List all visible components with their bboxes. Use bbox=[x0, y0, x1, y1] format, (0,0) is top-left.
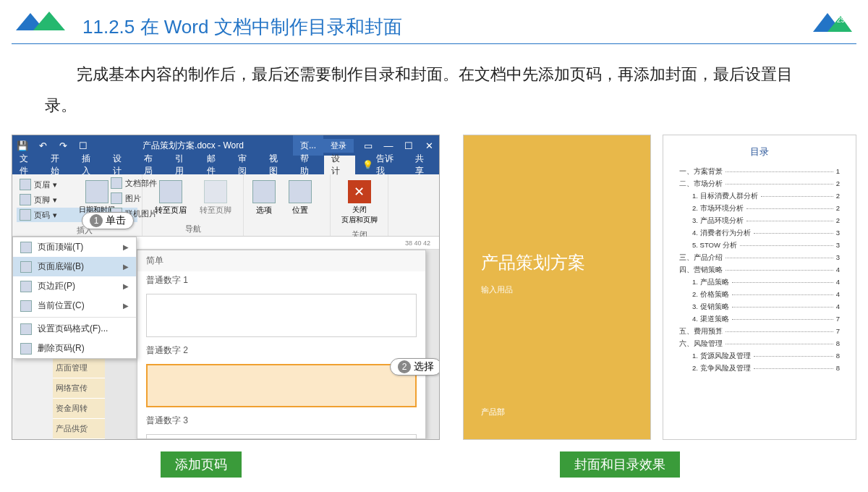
submenu-label: 普通数字 3 bbox=[137, 412, 425, 430]
tab-review[interactable]: 审阅 bbox=[231, 156, 262, 174]
menu-icon bbox=[20, 343, 32, 355]
ruler: 38 40 42 bbox=[137, 237, 439, 250]
tab-design-active[interactable]: 设计 bbox=[324, 156, 355, 174]
cover-footer: 产品部 bbox=[481, 407, 633, 417]
outline-item[interactable]: 网络宣传 bbox=[53, 378, 105, 399]
options-button[interactable]: 选项 bbox=[248, 177, 280, 234]
docparts-icon bbox=[111, 177, 122, 189]
tab-mailings[interactable]: 邮件 bbox=[200, 156, 231, 174]
goto-header-icon bbox=[159, 180, 182, 203]
toc-line: 一、方案背景1 bbox=[679, 166, 840, 178]
toc-line: 4. 消费者行为分析3 bbox=[679, 227, 840, 239]
goto-footer-icon bbox=[204, 180, 227, 203]
tab-layout[interactable]: 布局 bbox=[137, 156, 168, 174]
toc-line: 5. STOW 分析3 bbox=[679, 239, 840, 252]
dropdown-item[interactable]: 设置页码格式(F)... bbox=[13, 319, 136, 339]
tab-help[interactable]: 帮助 bbox=[293, 156, 324, 174]
pagenum-style-preview[interactable] bbox=[146, 294, 417, 337]
tab-references[interactable]: 引用 bbox=[168, 156, 199, 174]
dropdown-item[interactable]: 当前位置(C)▶ bbox=[13, 296, 136, 315]
position-icon bbox=[289, 180, 312, 203]
pagenum-submenu: 简单普通数字 1普通数字 2普通数字 3 bbox=[137, 250, 426, 439]
word-window: 💾 ↶ ↷ ☐ 产品策划方案.docx - Word 页... 登录 ▭ — ☐… bbox=[12, 135, 440, 440]
menu-icon bbox=[20, 242, 32, 253]
toc-line: 1. 目标消费人群分析2 bbox=[679, 190, 840, 203]
tab-file[interactable]: 文件 bbox=[12, 156, 43, 174]
pagenum-style-preview[interactable] bbox=[146, 434, 417, 439]
options-icon bbox=[252, 180, 276, 203]
submenu-label: 普通数字 1 bbox=[137, 271, 425, 289]
toc-line: 3. 促销策略4 bbox=[679, 301, 840, 313]
pagenum-icon bbox=[20, 209, 31, 221]
logo-right-icon bbox=[810, 7, 854, 36]
logo-left-icon bbox=[12, 9, 68, 35]
caption-right: 封面和目录效果 bbox=[560, 451, 680, 478]
date-icon bbox=[85, 180, 109, 203]
toc-line: 三、产品介绍3 bbox=[679, 252, 840, 264]
toc-line: 2. 市场环境分析2 bbox=[679, 203, 840, 215]
tab-view[interactable]: 视图 bbox=[262, 156, 293, 174]
cover-preview: 产品策划方案 输入用品 产品部 bbox=[463, 135, 651, 440]
menu-icon bbox=[20, 300, 32, 312]
ribbon-tabs: 文件 开始 插入 设计 布局 引用 邮件 审阅 视图 帮助 设计 💡告诉我 共享 bbox=[12, 156, 439, 174]
close-hf-button[interactable]: ✕关闭 页眉和页脚 bbox=[335, 177, 383, 228]
dropdown-item[interactable]: 删除页码(R) bbox=[13, 339, 136, 358]
outline-item[interactable]: 资金周转 bbox=[53, 399, 105, 419]
toc-line: 2. 价格策略4 bbox=[679, 289, 840, 301]
body-paragraph: 完成基本内容的制作后，最后还需要制作目录和封面。在文档中先添加页码，再添加封面，… bbox=[45, 59, 823, 122]
close-hf-icon: ✕ bbox=[348, 180, 371, 203]
section-heading: 11.2.5 在 Word 文档中制作目录和封面 bbox=[82, 14, 402, 40]
outline-item[interactable]: 产品开发 bbox=[53, 439, 105, 440]
toc-line: 五、费用预算7 bbox=[679, 326, 840, 338]
toc-line: 六、风险管理8 bbox=[679, 338, 840, 350]
tab-home[interactable]: 开始 bbox=[43, 156, 75, 174]
toc-line: 1. 货源风险及管理8 bbox=[679, 350, 840, 362]
toc-preview: 目录 一、方案背景1二、市场分析21. 目标消费人群分析22. 市场环境分析23… bbox=[663, 135, 856, 440]
menu-icon bbox=[20, 261, 32, 273]
pagenum-dropdown: 页面顶端(T)▶页面底端(B)▶页边距(P)▶当前位置(C)▶设置页码格式(F)… bbox=[12, 237, 137, 359]
menu-icon bbox=[20, 323, 32, 335]
cover-subtitle: 输入用品 bbox=[481, 284, 633, 295]
footer-icon bbox=[20, 194, 31, 205]
tab-insert[interactable]: 插入 bbox=[75, 156, 106, 174]
heading-rule bbox=[12, 43, 856, 44]
cover-title: 产品策划方案 bbox=[481, 251, 633, 274]
tab-design[interactable]: 设计 bbox=[106, 156, 137, 174]
annotation-1: 1单击 bbox=[82, 212, 134, 229]
dropdown-item[interactable]: 页面底端(B)▶ bbox=[13, 257, 136, 276]
share-button[interactable]: 共享 bbox=[408, 156, 439, 174]
menu-icon bbox=[20, 281, 32, 292]
outline-item[interactable]: 店面管理 bbox=[53, 358, 105, 378]
toc-line: 4. 渠道策略7 bbox=[679, 313, 840, 326]
dropdown-item[interactable]: 页边距(P)▶ bbox=[13, 276, 136, 296]
picture-button[interactable]: 图片 bbox=[108, 191, 160, 205]
outline-item[interactable]: 产品供货 bbox=[53, 419, 105, 439]
toc-heading: 目录 bbox=[679, 145, 840, 158]
toc-line: 3. 产品环境分析2 bbox=[679, 215, 840, 227]
ribbon: 页眉 ▾ 页脚 ▾ 页码 ▾ 日期和时间 文档部件 图片 联机图片 插入 转至页… bbox=[12, 174, 439, 237]
goto-footer-button[interactable]: 转至页脚 bbox=[195, 177, 236, 222]
docparts-button[interactable]: 文档部件 bbox=[108, 176, 160, 190]
toc-line: 四、营销策略4 bbox=[679, 264, 840, 276]
toc-line: 2. 竞争风险及管理8 bbox=[679, 362, 840, 375]
login-button[interactable]: 登录 bbox=[323, 139, 354, 153]
caption-left: 添加页码 bbox=[161, 451, 242, 478]
svg-marker-1 bbox=[33, 12, 65, 30]
bulb-icon: 💡 bbox=[362, 160, 373, 170]
doc-title: 产品策划方案.docx - Word bbox=[93, 140, 293, 152]
toc-line: 二、市场分析2 bbox=[679, 178, 840, 190]
header-icon bbox=[20, 179, 31, 190]
annotation-2: 2选择 bbox=[390, 358, 440, 376]
tell-me[interactable]: 💡告诉我 bbox=[355, 153, 408, 177]
submenu-label: 普通数字 2 bbox=[137, 342, 425, 360]
dropdown-item[interactable]: 页面顶端(T)▶ bbox=[13, 237, 136, 257]
slide-number: 29 bbox=[837, 16, 845, 24]
picture-icon bbox=[111, 192, 122, 204]
position-button[interactable]: 位置 bbox=[284, 177, 316, 234]
group-nav-label: 导航 bbox=[185, 222, 201, 234]
toc-line: 1. 产品策略4 bbox=[679, 276, 840, 289]
pagenum-style-preview[interactable] bbox=[146, 364, 417, 407]
